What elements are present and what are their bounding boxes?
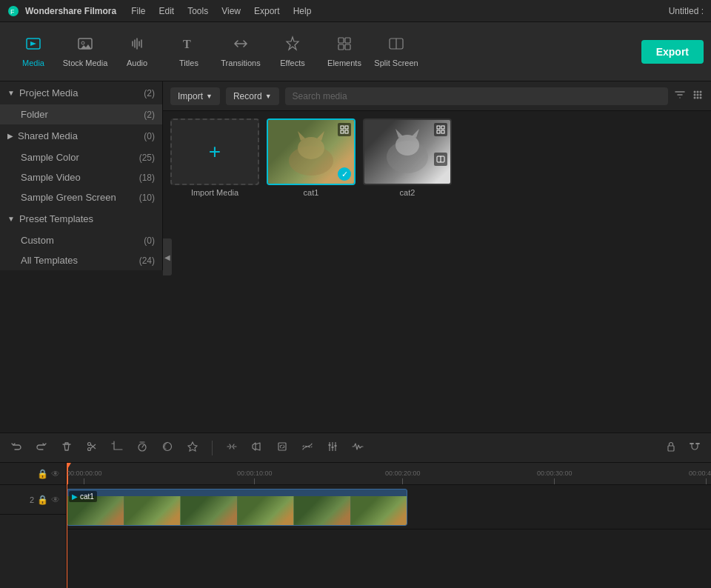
svg-point-4	[81, 41, 84, 44]
sidebar-item-sample-video[interactable]: Sample Video (18)	[0, 167, 162, 187]
menu-edit[interactable]: Edit	[158, 6, 174, 16]
ruler-mark-1: 00:00:10:00	[237, 470, 273, 484]
import-label: Import	[178, 91, 203, 101]
svg-point-18	[700, 94, 702, 96]
tab-split-screen-label: Split Screen	[374, 59, 418, 67]
record-chevron-icon: ▼	[265, 93, 272, 100]
cat2-grid-icon	[434, 123, 447, 136]
media-card-cat1[interactable]: ✓ cat1	[267, 118, 356, 197]
crop-button[interactable]	[108, 438, 126, 458]
playhead[interactable]	[67, 463, 71, 588]
stabilize-button[interactable]	[223, 438, 241, 458]
sidebar-item-all-templates[interactable]: All Templates (24)	[0, 250, 162, 270]
tab-stock-media[interactable]: Stock Media	[59, 26, 111, 78]
speed-button[interactable]	[133, 438, 151, 458]
sidebar-collapse-button[interactable]: ◀	[163, 238, 172, 275]
grid-icon	[338, 123, 351, 136]
ruler-mark-0: 00:00:00:00	[67, 470, 102, 484]
scissors-button[interactable]	[83, 438, 101, 458]
preset-templates-label: Preset Templates	[19, 213, 155, 224]
svg-rect-51	[335, 445, 337, 447]
sidebar-item-shared-media[interactable]: ▶ Shared Media (0)	[0, 124, 162, 147]
video-track[interactable]: ▶ cat1	[67, 485, 711, 529]
elements-icon	[336, 36, 353, 56]
filter-button[interactable]	[674, 89, 686, 103]
menu-export[interactable]: Export	[254, 6, 280, 16]
svg-marker-32	[395, 129, 403, 138]
grid-view-button[interactable]	[692, 89, 704, 103]
menu-view[interactable]: View	[221, 6, 241, 16]
plus-icon: +	[209, 140, 221, 164]
audio-button[interactable]	[248, 438, 266, 458]
lut-button[interactable]	[298, 438, 316, 458]
ai-tools-button[interactable]	[184, 438, 201, 458]
timeline-labels: 🔒 👁 2 🔒 👁	[0, 463, 67, 588]
tab-audio[interactable]: Audio	[111, 26, 163, 78]
eye-track-icon[interactable]: 👁	[51, 495, 60, 505]
cat2-thumbnail[interactable]	[363, 118, 452, 185]
import-media-area[interactable]: +	[170, 118, 259, 185]
sidebar-item-sample-color[interactable]: Sample Color (25)	[0, 147, 162, 167]
record-button[interactable]: Record ▼	[226, 87, 279, 105]
export-button[interactable]: Export	[641, 40, 704, 64]
import-button[interactable]: Import ▼	[170, 87, 220, 105]
video-clip-cat1[interactable]: ▶ cat1	[67, 489, 407, 526]
tab-effects[interactable]: Effects	[267, 26, 318, 78]
ruler-mark-4: 00:00:40:00	[689, 470, 711, 484]
sidebar: ▼ Project Media (2) Folder (2) ▶ Shared …	[0, 81, 163, 270]
main-toolbar: Media Stock Media Audio T Titles Transit…	[0, 22, 711, 81]
cat1-label: cat1	[304, 188, 319, 197]
undo-button[interactable]	[7, 438, 25, 458]
tab-elements[interactable]: Elements	[318, 26, 370, 78]
search-input[interactable]	[285, 87, 668, 105]
svg-point-41	[88, 442, 91, 445]
menu-help[interactable]: Help	[293, 6, 312, 16]
menu-file[interactable]: File	[131, 6, 145, 16]
project-media-label: Project Media	[19, 87, 144, 98]
waveform-button[interactable]	[349, 438, 367, 458]
lock-button[interactable]	[662, 438, 680, 458]
media-card-cat2[interactable]: cat2	[363, 118, 452, 197]
svg-point-31	[395, 135, 419, 156]
menu-tools[interactable]: Tools	[187, 6, 208, 16]
timeline-ruler[interactable]: 00:00:00:00 00:00:10:00 00:00:20:00 00:0…	[67, 463, 711, 485]
tab-transitions[interactable]: Transitions	[215, 26, 267, 78]
all-templates-label: All Templates	[21, 255, 139, 266]
magnet-button[interactable]	[686, 438, 704, 458]
media-grid: + Import Media	[163, 111, 711, 432]
svg-rect-27	[345, 126, 348, 129]
chevron-down-icon-2: ▼	[7, 215, 15, 223]
svg-point-15	[700, 91, 702, 93]
lock-track-icon[interactable]: 🔒	[37, 495, 48, 505]
folder-count: (2)	[144, 110, 155, 120]
svg-point-20	[697, 97, 699, 99]
sidebar-item-preset-templates[interactable]: ▼ Preset Templates	[0, 207, 162, 230]
tab-media-label: Media	[22, 59, 44, 67]
timeline-divider	[212, 441, 213, 455]
selected-checkmark: ✓	[338, 167, 351, 181]
tab-titles[interactable]: T Titles	[163, 26, 215, 78]
svg-point-23	[298, 137, 324, 159]
sidebar-item-folder[interactable]: Folder (2)	[0, 104, 162, 124]
split-screen-icon	[388, 36, 404, 56]
tab-effects-label: Effects	[280, 59, 304, 67]
color-button[interactable]	[158, 438, 176, 458]
timeline-ruler-area: 00:00:00:00 00:00:10:00 00:00:20:00 00:0…	[67, 463, 711, 588]
sidebar-item-project-media[interactable]: ▼ Project Media (2)	[0, 81, 162, 104]
shared-media-count: (0)	[144, 131, 155, 141]
svg-text:F: F	[10, 8, 15, 16]
tab-media[interactable]: Media	[7, 26, 59, 78]
import-media-card[interactable]: + Import Media	[170, 118, 259, 197]
transform-button[interactable]	[273, 438, 291, 458]
audio-mixer-button[interactable]	[324, 438, 341, 458]
redo-button[interactable]	[33, 438, 50, 458]
svg-marker-6	[287, 37, 298, 50]
tab-split-screen[interactable]: Split Screen	[370, 26, 422, 78]
folder-label: Folder	[21, 109, 144, 120]
sidebar-item-custom[interactable]: Custom (0)	[0, 230, 162, 250]
cat1-thumbnail[interactable]: ✓	[267, 118, 356, 185]
lock-icon-small: 🔒	[37, 469, 48, 479]
delete-button[interactable]	[58, 438, 76, 458]
chevron-right-icon: ▶	[7, 132, 13, 140]
sidebar-item-sample-green-screen[interactable]: Sample Green Screen (10)	[0, 187, 162, 207]
